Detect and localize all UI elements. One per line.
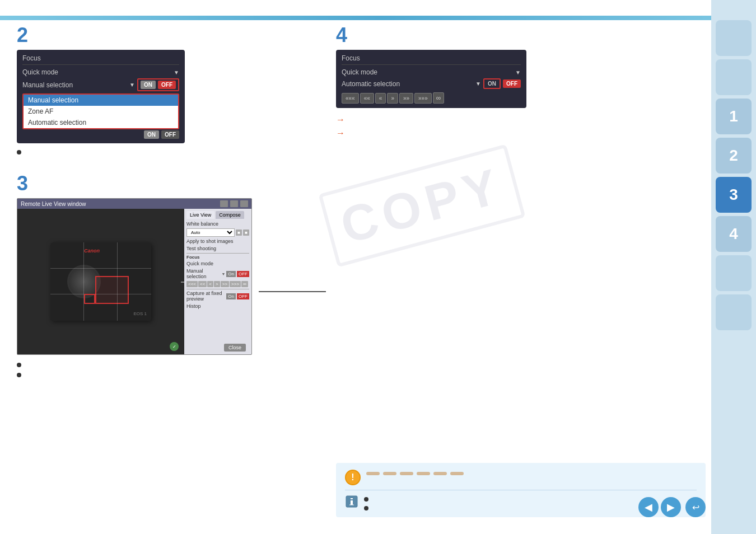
info-icon bbox=[345, 495, 358, 508]
bullet-dot-3-1 bbox=[17, 363, 21, 367]
wb-btn2[interactable]: ■ bbox=[243, 229, 249, 236]
nav-inf-4[interactable]: ∞ bbox=[433, 92, 445, 104]
notice-tag-5 bbox=[433, 472, 447, 475]
section2-bullet bbox=[17, 148, 185, 154]
nav-far-right[interactable]: >>> bbox=[230, 281, 241, 287]
sidebar-btn-blank-4[interactable] bbox=[716, 294, 752, 330]
off-button-2[interactable]: OFF bbox=[158, 81, 176, 89]
capture-row: Capture at fixed preview On OFF bbox=[186, 291, 249, 302]
nav-right1-4[interactable]: » bbox=[387, 93, 398, 104]
grid-h2 bbox=[50, 294, 151, 294]
camera-window-title: Remote Live View window bbox=[21, 201, 218, 207]
sidebar-btn-3[interactable]: 3 bbox=[716, 177, 752, 213]
nav-right2-4[interactable]: »» bbox=[399, 93, 413, 104]
focus-ctrl-section: Focus Quick mode Manual selection ▼ On O… bbox=[186, 253, 249, 287]
info-bullet-2 bbox=[364, 504, 368, 510]
camera-window: Remote Live View window Canon EOS 1 bbox=[17, 198, 252, 355]
grid-v2 bbox=[117, 242, 118, 321]
nav-left2[interactable]: << bbox=[198, 281, 207, 287]
nav-controls-4: ««« «« « » »» »»» ∞ bbox=[342, 92, 521, 104]
notice-tags bbox=[366, 472, 464, 475]
prev-page-btn[interactable]: ◀ bbox=[638, 497, 659, 517]
auto-sel-label-4: Automatic selection bbox=[342, 80, 473, 88]
bottom-on-off-2: ON OFF bbox=[22, 130, 179, 139]
info-bullet-dot-1 bbox=[364, 497, 368, 502]
dropdown-item-auto[interactable]: Automatic selection bbox=[24, 117, 178, 128]
camera-titlebar: Remote Live View window bbox=[17, 199, 251, 209]
cap-on-btn[interactable]: On bbox=[226, 293, 236, 299]
wb-btn1[interactable]: ■ bbox=[236, 229, 242, 236]
notice-warning-content bbox=[366, 470, 464, 475]
bullet-dot-2 bbox=[17, 150, 21, 154]
white-balance-row: White balance bbox=[186, 221, 249, 227]
bullet-dot-3-2 bbox=[17, 373, 21, 377]
sidebar-btn-1[interactable]: 1 bbox=[716, 99, 752, 134]
info-bullets-container bbox=[364, 495, 368, 510]
sidebar-btn-blank-3[interactable] bbox=[716, 255, 752, 291]
nav-left1-4[interactable]: « bbox=[375, 93, 386, 104]
nav-far-left-4[interactable]: ««« bbox=[342, 93, 359, 104]
ms-ctrl-label: Manual selection bbox=[186, 268, 220, 279]
sidebar-btn-blank-2[interactable] bbox=[716, 59, 752, 95]
bottom-off-button-2[interactable]: OFF bbox=[161, 130, 179, 139]
grid-v1 bbox=[83, 242, 84, 321]
sidebar-btn-4[interactable]: 4 bbox=[716, 216, 752, 252]
red-focus-target bbox=[84, 294, 95, 304]
nav-far-left[interactable]: <<< bbox=[186, 281, 198, 287]
home-btn[interactable]: ↩ bbox=[685, 497, 706, 517]
warning-icon: ! bbox=[345, 470, 361, 485]
camera-bottom-toolbar: ⊞ ⊟ ⊞ ⊞ ⊞ ⊞ ⊡ ⊞ bbox=[17, 354, 251, 355]
minimize-btn[interactable] bbox=[220, 200, 228, 207]
wb-option-row: Auto ■ ■ bbox=[186, 228, 249, 237]
on-btn-4[interactable]: ON bbox=[483, 78, 501, 89]
manual-sel-label: Manual selection bbox=[22, 81, 127, 89]
on-off-box: ON OFF bbox=[137, 78, 179, 91]
manual-sel-ctrl-row: Manual selection ▼ On OFF bbox=[186, 268, 249, 279]
quick-mode-ctrl-row: Quick mode bbox=[186, 261, 249, 266]
grid-h1 bbox=[50, 268, 151, 269]
nav-right1[interactable]: > bbox=[214, 281, 220, 287]
ms-dropdown-arrow: ▼ bbox=[221, 272, 225, 276]
auto-sel-arrow-4: ▼ bbox=[475, 81, 481, 87]
nav-left2-4[interactable]: «« bbox=[360, 93, 374, 104]
sidebar-btn-blank-1[interactable] bbox=[716, 20, 752, 56]
indicator-icon: ✓ bbox=[172, 344, 176, 349]
focus-panel-4-title: Focus bbox=[342, 54, 521, 65]
close-btn-title[interactable] bbox=[240, 200, 248, 207]
test-label: Test shooting bbox=[186, 246, 249, 251]
notice-tag-4 bbox=[417, 472, 430, 475]
manual-selection-row: Manual selection ▼ ON OFF bbox=[22, 78, 179, 91]
section-4-number: 4 bbox=[336, 25, 526, 45]
dropdown-item-manual[interactable]: Manual selection bbox=[24, 95, 178, 106]
dropdown-item-zone[interactable]: Zone AF bbox=[24, 106, 178, 117]
focus-panel-4: Focus Quick mode ▼ Automatic selection ▼… bbox=[336, 50, 526, 108]
ms-off-btn[interactable]: OFF bbox=[237, 271, 249, 277]
quick-mode-label: Quick mode bbox=[22, 68, 174, 76]
close-button-cam[interactable]: Close bbox=[224, 344, 246, 352]
camera-body: Canon EOS 1 Live View bbox=[17, 209, 251, 354]
cap-off-btn[interactable]: OFF bbox=[237, 293, 249, 299]
qm-ctrl-label: Quick mode bbox=[186, 261, 249, 266]
nav-far-right-4[interactable]: »»» bbox=[414, 93, 432, 104]
on-button-2[interactable]: ON bbox=[141, 81, 156, 89]
nav-right2[interactable]: >> bbox=[221, 281, 229, 287]
capture-section: Capture at fixed preview On OFF bbox=[186, 289, 249, 302]
live-view-tab[interactable]: Live View bbox=[186, 211, 214, 219]
maximize-btn[interactable] bbox=[230, 200, 238, 207]
ms-on-btn[interactable]: On bbox=[226, 271, 236, 277]
off-btn-4[interactable]: OFF bbox=[503, 79, 521, 88]
notice-tag-2 bbox=[383, 472, 396, 475]
notice-tag-3 bbox=[400, 472, 413, 475]
camera-controls-panel: Live View Compose White balance Auto ■ ■… bbox=[184, 209, 251, 354]
bottom-on-button-2[interactable]: ON bbox=[144, 130, 159, 139]
canon-camera-shape: Canon EOS 1 bbox=[50, 242, 151, 321]
compose-tab[interactable]: Compose bbox=[216, 211, 244, 219]
nav-inf[interactable]: ∞ bbox=[241, 281, 248, 287]
next-page-btn[interactable]: ▶ bbox=[661, 497, 681, 517]
wb-dropdown[interactable]: Auto bbox=[186, 228, 235, 237]
nav-left1[interactable]: < bbox=[207, 281, 213, 287]
info-bullet-1 bbox=[364, 495, 368, 502]
quick-mode-row-4: Quick mode ▼ bbox=[342, 68, 521, 76]
sidebar-btn-2[interactable]: 2 bbox=[716, 138, 752, 174]
svg-rect-1 bbox=[351, 498, 353, 499]
